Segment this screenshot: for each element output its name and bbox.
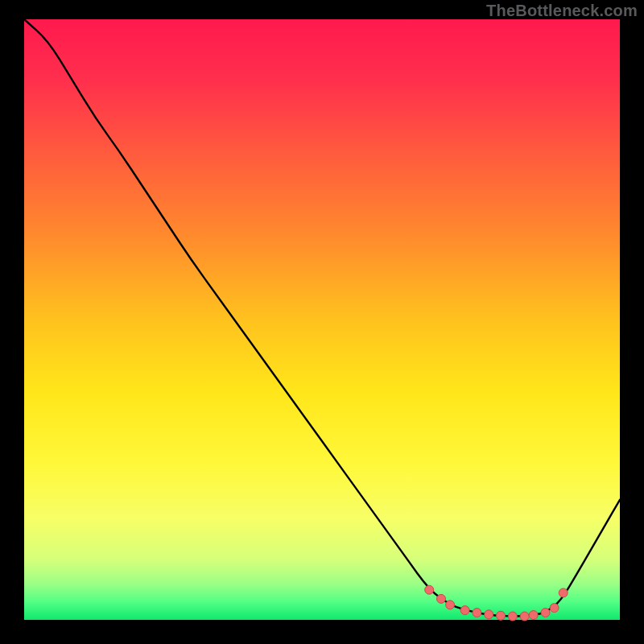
- curve-marker: [529, 611, 538, 620]
- curve-marker: [508, 612, 517, 621]
- curve-marker: [520, 612, 529, 621]
- plot-background: [24, 19, 620, 620]
- curve-marker: [497, 611, 506, 620]
- curve-marker: [559, 588, 568, 597]
- bottleneck-chart: [0, 0, 644, 644]
- attribution-text: TheBottleneck.com: [486, 2, 638, 20]
- curve-marker: [485, 610, 493, 619]
- chart-stage: TheBottleneck.com: [0, 0, 644, 644]
- curve-marker: [437, 594, 446, 603]
- curve-marker: [460, 606, 469, 615]
- curve-marker: [473, 609, 481, 617]
- curve-marker: [446, 601, 455, 609]
- curve-marker: [550, 604, 559, 613]
- curve-marker: [541, 609, 550, 617]
- curve-marker: [425, 585, 434, 594]
